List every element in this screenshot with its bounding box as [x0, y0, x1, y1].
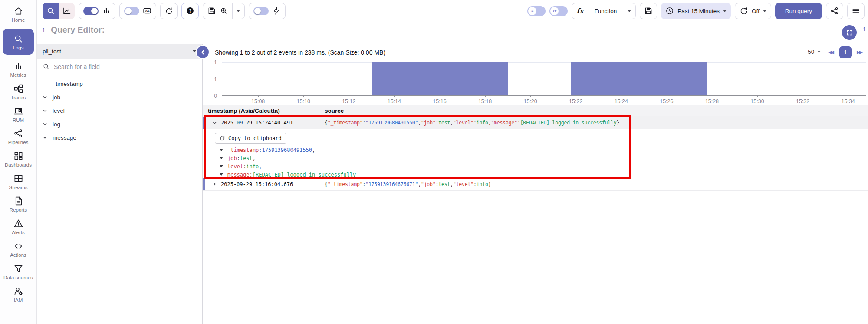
chevron-down-icon[interactable] [220, 149, 223, 151]
table-grid-icon [13, 173, 23, 183]
collapse-row-button[interactable] [212, 121, 217, 125]
quick-mode-toggle[interactable] [253, 7, 269, 15]
auto-refresh-select[interactable]: Off [735, 3, 771, 19]
sidebar-item-dashboards[interactable]: Dashboards [1, 148, 35, 170]
histogram-toggle[interactable] [83, 7, 99, 15]
save-icon[interactable] [207, 7, 216, 15]
chevron-down-icon[interactable] [43, 108, 47, 113]
expand-row-button[interactable] [212, 182, 217, 187]
sidebar-item-logs[interactable]: Logs [3, 29, 34, 55]
separator: : [243, 164, 246, 170]
log-row[interactable]: 2025-09-29 15:24:40.491 {"_timestamp":"1… [203, 116, 868, 129]
sidebar-item-iam[interactable]: IAM [1, 283, 35, 306]
sql-icon: SQL [143, 7, 151, 15]
field-row-job[interactable]: job [37, 91, 202, 104]
separator: : [259, 147, 262, 153]
log-row[interactable]: 2025-09-29 15:16:04.676 {"_timestamp":"1… [203, 178, 868, 191]
chevron-down-icon[interactable] [43, 95, 47, 100]
chevron-down-icon [763, 10, 766, 12]
field-row-timestamp[interactable]: _timestamp [37, 77, 202, 91]
y-axis-tick-label: 1 [214, 59, 217, 65]
run-query-button[interactable]: Run query [775, 3, 822, 19]
field-key[interactable]: _timestamp [227, 147, 259, 153]
page-size-select[interactable]: 50 [806, 47, 823, 57]
field-search-input[interactable] [54, 63, 197, 70]
chevron-down-icon[interactable] [43, 135, 47, 140]
function-editor-toggle[interactable]: fx [549, 6, 568, 16]
histogram-bar[interactable] [372, 62, 508, 95]
sidebar-item-alerts[interactable]: Alerts [1, 216, 35, 238]
sql-mode-toggle[interactable] [124, 7, 139, 15]
page-size-value: 50 [808, 49, 814, 55]
function-select[interactable]: fx Function [572, 3, 636, 19]
timestamp-column-header[interactable]: timestamp (Asia/Calcutta) [203, 108, 325, 114]
chevron-down-icon[interactable] [220, 173, 223, 176]
search-saved-views-icon[interactable] [220, 7, 228, 15]
sidebar-item-streams[interactable]: Streams [1, 170, 35, 193]
sidebar-item-data-sources[interactable]: Data sources [1, 261, 35, 283]
chevron-down-icon [628, 10, 631, 12]
copy-icon [220, 135, 225, 141]
sidebar-item-metrics[interactable]: Metrics [1, 58, 35, 81]
copy-to-clipboard-button[interactable]: Copy to clipboard [215, 133, 286, 144]
sidebar-item-label: Home [12, 17, 25, 23]
field-key[interactable]: message [227, 172, 250, 178]
x-axis-tick-label: 15:26 [660, 98, 673, 105]
field-key[interactable]: level [227, 164, 243, 170]
sidebar-item-actions[interactable]: Actions [1, 238, 35, 261]
reset-filters-button[interactable] [160, 3, 178, 19]
refresh-icon [164, 7, 173, 15]
histogram-chart: 011 15:0815:1015:1215:1415:1615:1815:201… [203, 60, 867, 105]
chevron-down-icon[interactable] [220, 157, 223, 159]
menu-button[interactable] [847, 3, 865, 19]
field-value[interactable]: info [246, 164, 259, 170]
query-editor[interactable]: 1 Query Editor: 1 [37, 22, 868, 44]
field-row-level[interactable]: level [37, 104, 202, 118]
sidebar-item-pipelines[interactable]: Pipelines [1, 125, 35, 148]
field-value[interactable]: [REDACTED] logged in successfully [253, 172, 356, 178]
histogram-bar[interactable] [571, 62, 707, 95]
search-icon [43, 63, 50, 70]
help-button[interactable]: ? [181, 3, 199, 19]
sidebar-item-label: RUM [13, 118, 24, 123]
chevron-down-icon[interactable] [237, 10, 240, 12]
visualize-mode-button[interactable] [59, 3, 75, 19]
sidebar-item-label: Metrics [10, 72, 26, 78]
stream-select-value: pii_test [43, 48, 61, 55]
chevron-left-icon [200, 49, 206, 55]
expand-editor-button[interactable] [842, 25, 857, 40]
sidebar-item-reports[interactable]: Reports [1, 193, 35, 216]
stream-select[interactable]: pii_test [37, 44, 202, 59]
sidebar-item-traces[interactable]: Traces [1, 81, 35, 103]
monitor-icon [13, 106, 23, 116]
query-editor-toggle[interactable]: ≡ [527, 6, 546, 16]
current-page-button[interactable]: 1 [839, 46, 852, 58]
share-button[interactable] [826, 3, 843, 19]
field-value[interactable]: test [240, 155, 253, 161]
search-mode-button[interactable] [43, 3, 59, 19]
sidebar-item-label: Pipelines [8, 140, 29, 145]
line-chart-icon [62, 7, 71, 15]
next-page-button[interactable]: ▶▶ [857, 49, 863, 55]
sidebar-item-rum[interactable]: RUM [1, 103, 35, 126]
sidebar-item-label: Streams [9, 185, 28, 190]
sidebar-item-home[interactable]: Home [1, 3, 35, 26]
field-row-log[interactable]: log [37, 118, 202, 131]
x-axis-tick-label: 15:30 [750, 98, 764, 105]
log-source: {"_timestamp":"1759139164676671","job":t… [325, 181, 868, 187]
warning-triangle-icon [13, 219, 23, 229]
field-key[interactable]: job [227, 155, 237, 161]
time-range-select[interactable]: Past 15 Minutes [661, 3, 731, 19]
field-value[interactable]: 1759139680491550 [262, 147, 312, 153]
toggle-knob: fx [550, 7, 559, 15]
field-row-message[interactable]: message [37, 131, 202, 144]
save-function-button[interactable] [640, 3, 657, 19]
chevron-down-icon[interactable] [220, 165, 223, 167]
chevron-down-icon[interactable] [43, 122, 47, 127]
collapse-fields-panel-button[interactable] [196, 45, 210, 59]
results-area: Showing 1 to 2 out of 2 events in 238 ms… [203, 44, 868, 324]
source-column-header[interactable]: source [325, 108, 344, 114]
copy-button-label: Copy to clipboard [228, 135, 282, 141]
prev-page-button[interactable]: ◀◀ [828, 49, 834, 55]
search-icon [13, 34, 23, 44]
